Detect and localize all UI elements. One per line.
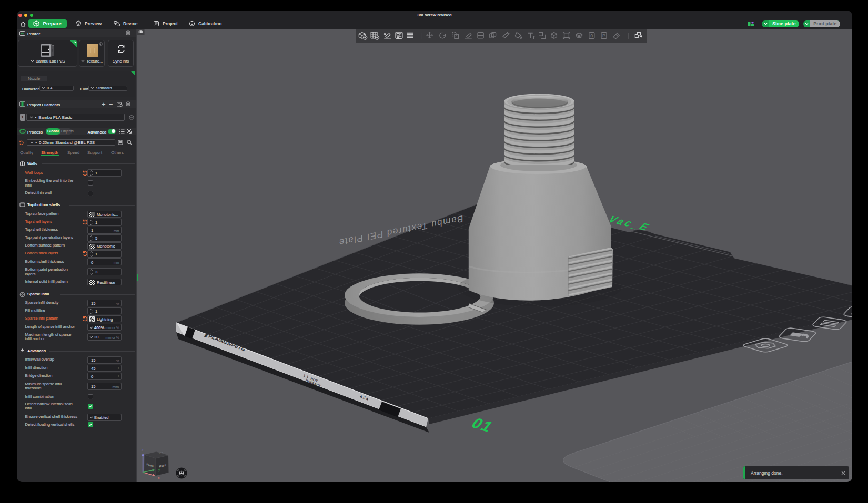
svg-text:Z: Z	[142, 448, 144, 452]
svg-text:X: X	[158, 476, 160, 480]
svg-text:P: P	[602, 33, 605, 38]
svg-text:0: 0	[590, 33, 593, 38]
